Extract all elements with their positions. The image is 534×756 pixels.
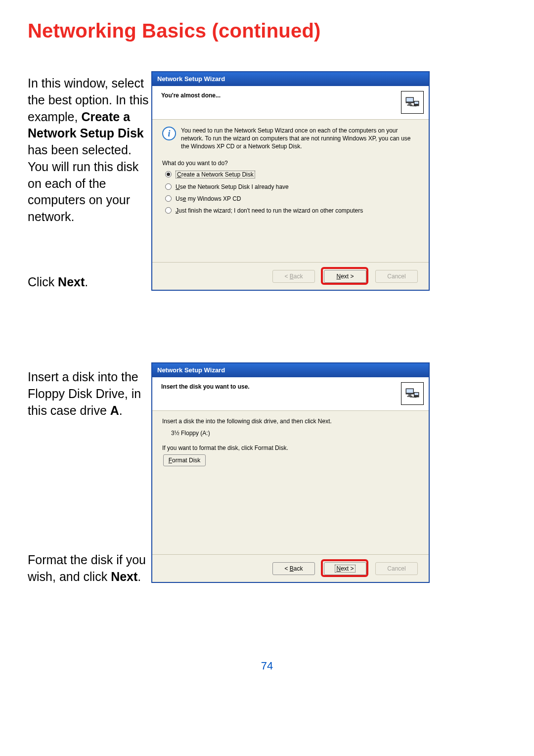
page-number: 74: [0, 660, 534, 672]
network-icon: [401, 382, 424, 405]
instruction-click-next: Click Next.: [28, 274, 150, 291]
titlebar: Network Setup Wizard: [152, 363, 429, 377]
radio-use-existing-disk[interactable]: Use the Network Setup Disk I already hav…: [165, 183, 419, 190]
rest: ormat Disk: [172, 457, 200, 464]
rest: ext >: [341, 565, 354, 572]
text-bold: Next: [58, 275, 85, 289]
prompt-text: What do you want to do?: [162, 160, 419, 167]
focus-rect: Next >: [335, 565, 355, 573]
radio-use-xp-cd[interactable]: Use my Windows XP CD: [165, 195, 419, 202]
cancel-button: Cancel: [375, 270, 418, 283]
accel: N: [336, 273, 341, 280]
radio-label: Create a Network Setup Disk: [176, 171, 255, 178]
radio-just-finish[interactable]: Just finish the wizard; I don't need to …: [165, 207, 419, 214]
label-rest: reate a Network Setup Disk: [181, 171, 254, 178]
svg-rect-8: [406, 389, 413, 393]
cancel-button: Cancel: [375, 562, 418, 575]
page-title: Networking Basics (continued): [28, 20, 321, 42]
radio-icon: [165, 195, 172, 202]
radio-label: Just finish the wizard; I don't need to …: [176, 207, 363, 214]
text: .: [137, 570, 141, 583]
svg-line-13: [410, 397, 417, 398]
text: has been selected. You will run this dis…: [28, 143, 138, 223]
wizard-header: Insert the disk you want to use.: [152, 377, 429, 411]
instruction-line-1: Insert a disk the into the following dis…: [162, 418, 419, 425]
text-bold: Next: [111, 570, 137, 583]
network-setup-wizard-step-insert-disk: Network Setup Wizard Insert the disk you…: [151, 362, 430, 583]
info-text: You need to run the Network Setup Wizard…: [181, 127, 419, 151]
text: Click: [28, 275, 58, 289]
info-icon: i: [162, 127, 176, 140]
text: .: [119, 403, 123, 417]
text-bold: A: [110, 403, 119, 417]
wizard-header-title: You're almost done...: [161, 92, 420, 99]
accel: B: [290, 273, 294, 280]
label-pre: Us: [176, 195, 183, 202]
svg-rect-9: [408, 395, 411, 396]
network-setup-wizard-step-almost-done: Network Setup Wizard You're almost done.…: [151, 71, 430, 291]
lt: <: [284, 273, 289, 280]
label-rest: se the Network Setup Disk I already have: [180, 183, 289, 190]
lt: <: [284, 565, 289, 572]
radio-label: Use my Windows XP CD: [176, 195, 241, 202]
text: .: [85, 275, 88, 289]
instruction-line-2: If you want to format the disk, click Fo…: [162, 445, 419, 451]
radio-group: Create a Network Setup Disk Use the Netw…: [165, 171, 419, 214]
network-icon: [401, 91, 424, 114]
rest: ack: [294, 273, 303, 280]
back-button: < Back: [272, 270, 315, 283]
radio-icon: [165, 183, 172, 190]
info-row: i You need to run the Network Setup Wiza…: [162, 127, 419, 151]
wizard-content: Insert a disk the into the following dis…: [152, 411, 429, 556]
titlebar: Network Setup Wizard: [152, 72, 429, 86]
wizard-content: i You need to run the Network Setup Wiza…: [152, 120, 429, 264]
svg-line-6: [410, 106, 417, 106]
format-disk-button[interactable]: Format Disk: [163, 454, 206, 466]
wizard-buttonbar: < Back Next > Cancel: [152, 262, 429, 290]
wizard-header: You're almost done...: [152, 86, 429, 120]
svg-rect-12: [415, 393, 419, 396]
accel: N: [336, 565, 341, 572]
instruction-paragraph-1: In this window, select the best option. …: [28, 75, 150, 225]
svg-rect-5: [415, 102, 419, 104]
radio-label: Use the Network Setup Disk I already hav…: [176, 183, 289, 190]
drive-label: 3½ Floppy (A:): [171, 430, 419, 437]
rest: ext >: [341, 273, 354, 280]
accel: C: [177, 171, 181, 178]
back-button[interactable]: < Back: [272, 562, 315, 575]
wizard-header-title: Insert the disk you want to use.: [161, 383, 420, 390]
radio-icon: [165, 171, 172, 178]
rest: ack: [294, 565, 303, 572]
next-button[interactable]: Next >: [324, 270, 366, 283]
accel: F: [169, 457, 172, 464]
instruction-format-next: Format the disk if you wish, and click N…: [28, 552, 150, 585]
radio-icon: [165, 207, 172, 214]
svg-rect-1: [406, 98, 413, 102]
text: Insert a disk into the Floppy Disk Drive…: [28, 370, 141, 417]
label-rest: my Windows XP CD: [186, 195, 241, 202]
svg-rect-2: [408, 103, 411, 105]
radio-create-disk[interactable]: Create a Network Setup Disk: [165, 171, 419, 178]
next-button[interactable]: Next >: [324, 562, 366, 575]
accel: B: [290, 565, 294, 572]
label-rest: ust finish the wizard; I don't need to r…: [178, 207, 363, 214]
wizard-buttonbar: < Back Next > Cancel: [152, 554, 429, 582]
accel: U: [176, 183, 180, 190]
instruction-insert-disk: Insert a disk into the Floppy Disk Drive…: [28, 369, 150, 419]
